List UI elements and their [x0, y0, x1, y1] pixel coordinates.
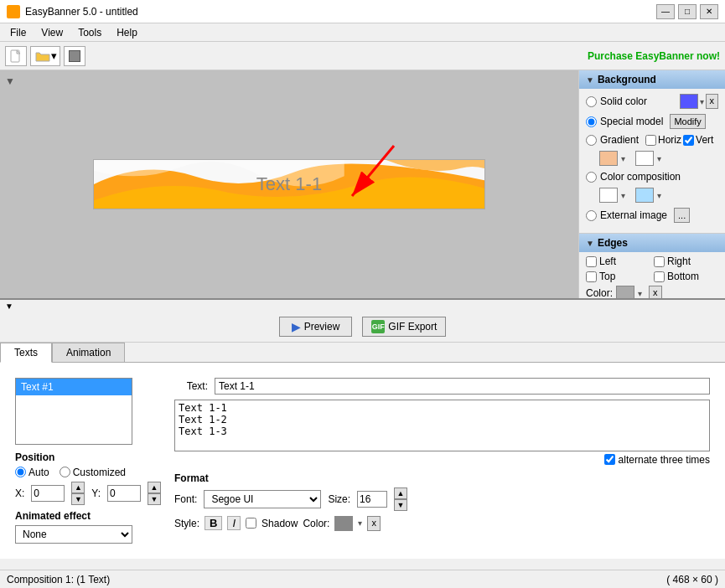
tab-texts[interactable]: Texts: [0, 343, 52, 363]
gradient-color2[interactable]: [635, 151, 654, 166]
bottom-collapse-bar[interactable]: ▼: [0, 298, 725, 312]
text-input-row: Text:: [174, 378, 710, 395]
y-up[interactable]: ▲: [148, 482, 161, 493]
animated-effect-select[interactable]: None: [15, 525, 132, 544]
background-header: ▼ Background: [579, 70, 725, 89]
customized-radio[interactable]: [60, 467, 70, 477]
position-title: Position: [15, 451, 161, 463]
edges-color-arrow[interactable]: ▾: [638, 289, 642, 298]
horiz-label: Horiz: [658, 134, 681, 146]
color-button[interactable]: [64, 46, 85, 66]
modify-button[interactable]: Modify: [670, 114, 705, 129]
background-title: Background: [598, 74, 656, 85]
font-select[interactable]: Segoe UI: [204, 490, 321, 508]
gradient-radio[interactable]: [586, 135, 597, 146]
menu-help[interactable]: Help: [110, 25, 144, 40]
alternate-checkbox[interactable]: [604, 454, 615, 465]
external-image-browse[interactable]: ...: [674, 208, 690, 223]
comp-color1[interactable]: [599, 188, 618, 203]
text-input-label: Text:: [174, 380, 208, 392]
color-composition-radio[interactable]: [586, 172, 597, 183]
top-edge-checkbox[interactable]: [586, 271, 597, 282]
banner-text: Text 1-1: [94, 160, 484, 209]
gif-export-button[interactable]: GIF GIF Export: [362, 317, 446, 337]
tabs-area: Texts Animation Text #1 Position Auto: [0, 343, 725, 570]
edges-collapse-arrow[interactable]: ▼: [586, 239, 594, 248]
menu-bar: File View Tools Help: [0, 23, 725, 42]
open-button[interactable]: ▾: [30, 46, 60, 66]
bottom-collapse-arrow[interactable]: ▼: [5, 302, 13, 311]
special-model-radio[interactable]: [586, 116, 597, 127]
tab-content: Text #1 Position Auto Customized: [0, 363, 725, 559]
gradient-colors-row: ▾ ▾: [586, 151, 718, 166]
gradient-color2-arrow[interactable]: ▾: [657, 154, 661, 163]
solid-color-arrow[interactable]: ▾: [700, 97, 704, 106]
size-down[interactable]: ▼: [394, 499, 407, 511]
auto-radio[interactable]: [15, 467, 26, 477]
comp-color1-arrow[interactable]: ▾: [621, 191, 625, 200]
close-button[interactable]: ✕: [700, 4, 718, 19]
shadow-checkbox[interactable]: [246, 518, 256, 529]
dimensions-status: ( 468 × 60 ): [666, 574, 718, 585]
vert-label: Vert: [696, 134, 713, 146]
gradient-color1-arrow[interactable]: ▾: [621, 154, 625, 163]
y-input[interactable]: [107, 485, 141, 502]
background-collapse-arrow[interactable]: ▼: [586, 75, 594, 85]
y-down[interactable]: ▼: [148, 493, 161, 505]
gradient-row: Gradient Horiz Vert: [586, 134, 718, 146]
comp-color2-arrow[interactable]: ▾: [657, 191, 661, 200]
comp-color2[interactable]: [635, 188, 654, 203]
text-list-item-1[interactable]: Text #1: [16, 379, 132, 395]
customized-radio-label: Customized: [60, 467, 126, 478]
main-area: ▼ Text 1-1: [0, 70, 725, 298]
preview-label: Preview: [304, 321, 340, 333]
text-lines-area[interactable]: Text 1-1 Text 1-2 Text 1-3: [174, 400, 710, 451]
right-edge-checkbox[interactable]: [654, 256, 665, 267]
horiz-checkbox[interactable]: [645, 135, 656, 146]
edges-color-row: Color: ▾ x: [579, 286, 725, 298]
purchase-link[interactable]: Purchase EasyBanner now!: [588, 50, 720, 62]
maximize-button[interactable]: □: [678, 4, 697, 19]
alternate-row: alternate three times: [174, 454, 710, 466]
gradient-color1[interactable]: [599, 151, 618, 166]
edges-color-picker[interactable]: [616, 286, 634, 298]
edges-color-clear[interactable]: x: [649, 286, 662, 298]
tab-animation[interactable]: Animation: [52, 343, 125, 362]
x-down[interactable]: ▼: [71, 493, 85, 505]
y-spinner: ▲ ▼: [148, 482, 161, 505]
x-input[interactable]: [31, 485, 65, 502]
edges-header: ▼ Edges: [579, 234, 725, 252]
menu-file[interactable]: File: [3, 25, 33, 40]
text-color-clear[interactable]: x: [367, 516, 381, 531]
x-up[interactable]: ▲: [71, 482, 85, 493]
menu-tools[interactable]: Tools: [71, 25, 108, 40]
vert-checkbox[interactable]: [683, 135, 694, 146]
shadow-label: Shadow: [262, 518, 298, 529]
external-image-radio[interactable]: [586, 210, 597, 221]
size-label: Size:: [328, 493, 350, 505]
color-composition-row: Color composition: [586, 171, 718, 183]
size-up[interactable]: ▲: [394, 487, 407, 499]
left-edge-checkbox[interactable]: [586, 256, 597, 267]
bottom-edge-checkbox[interactable]: [654, 271, 665, 282]
text-color-arrow[interactable]: ▾: [358, 518, 362, 528]
bold-button[interactable]: B: [205, 516, 222, 530]
size-input[interactable]: [357, 491, 387, 508]
format-title: Format: [174, 472, 710, 484]
text-field[interactable]: [215, 378, 710, 395]
new-button[interactable]: [5, 46, 27, 66]
text-list-area: Text #1 Position Auto Customized: [15, 378, 161, 544]
minimize-button[interactable]: —: [656, 4, 675, 19]
collapse-arrow[interactable]: ▼: [5, 75, 15, 87]
solid-color-radio[interactable]: [586, 96, 597, 107]
text-color-picker[interactable]: [334, 516, 353, 531]
preview-button[interactable]: ▶ Preview: [279, 317, 353, 337]
solid-color-clear[interactable]: x: [706, 94, 719, 109]
composition-status: Composition 1: (1 Text): [7, 574, 110, 585]
solid-color-picker[interactable]: [680, 94, 698, 109]
italic-button[interactable]: I: [227, 516, 241, 530]
menu-view[interactable]: View: [34, 25, 70, 40]
title-bar: EasyBanner 5.0 - untitled — □ ✕: [0, 0, 725, 23]
animated-title: Animated effect: [15, 510, 161, 522]
right-panel: ▼ Background Solid color ▾ x Spe: [578, 70, 725, 298]
